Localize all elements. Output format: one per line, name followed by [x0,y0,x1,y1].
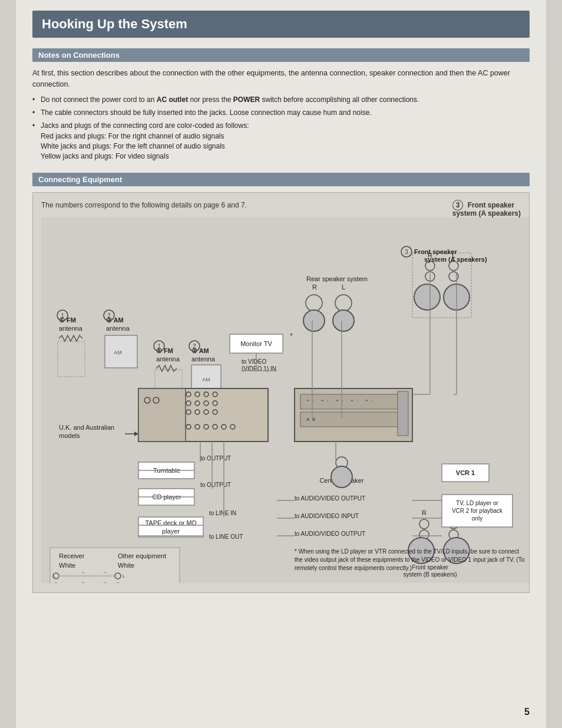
page-title: Hooking Up the System [32,11,530,38]
page-number: 5 [524,707,530,717]
title-text: Hooking Up the System [42,17,187,31]
svg-text:L: L [342,284,345,291]
svg-text:1: 1 [157,343,161,350]
svg-text:+: + [351,398,353,403]
svg-text:to OUTPUT: to OUTPUT [200,455,231,462]
svg-text:2: 2 [193,343,196,350]
svg-text:B: B [312,417,315,422]
svg-text:player: player [162,528,180,535]
svg-text:+: + [321,398,324,403]
svg-text:→: → [103,579,108,583]
svg-text:L: L [53,574,56,579]
notes-intro: At first, this section describes about t… [32,68,530,90]
svg-rect-73 [300,412,406,427]
svg-text:system (A speakers): system (A speakers) [424,256,487,263]
svg-text:to AUDIO/VIDEO OUTPUT: to AUDIO/VIDEO OUTPUT [295,531,365,537]
svg-point-90 [331,466,352,487]
svg-text:L: L [123,574,125,579]
svg-text:+: + [336,398,339,403]
svg-text:to LINE OUT: to LINE OUT [209,533,243,540]
svg-text:Rear speaker system: Rear speaker system [306,275,368,282]
notes-header: Notes on Connections [32,48,530,62]
notes-list: Do not connect the power cord to an AC o… [32,95,530,162]
page: Hooking Up the System Notes on Connectio… [16,0,546,728]
svg-text:AM: AM [202,377,210,383]
svg-text:2: 2 [107,312,111,319]
svg-text:antenna: antenna [106,325,130,332]
svg-text:models: models [59,432,80,439]
connecting-header: Connecting Equipment [32,173,530,186]
svg-point-16 [333,310,354,331]
svg-text:→: → [103,569,108,575]
diagram-box: The numbers correspond to the following … [32,192,530,593]
svg-point-15 [303,310,325,331]
svg-text:-: - [371,398,373,403]
svg-text:to VIDEO: to VIDEO [242,358,266,365]
svg-rect-40 [138,388,186,442]
svg-text:Receiver: Receiver [59,552,85,559]
svg-text:to OUTPUT: to OUTPUT [200,482,231,488]
svg-text:←: ← [81,569,87,575]
svg-text:A: A [306,417,310,422]
diagram-intro: The numbers correspond to the following … [41,201,521,209]
svg-text:3: 3 [405,249,408,255]
svg-text:←: ← [81,579,87,583]
svg-text:White: White [118,562,134,569]
notes-bullet-3: Jacks and plugs of the connecting cord a… [32,121,530,162]
svg-text:R: R [312,284,317,291]
svg-text:Monitor TV: Monitor TV [240,340,272,347]
svg-text:antenna: antenna [191,355,216,363]
svg-text:VCR 1: VCR 1 [456,469,475,476]
svg-rect-62 [300,394,406,409]
svg-text:antenna: antenna [156,355,180,363]
svg-text:+: + [306,398,309,403]
svg-text:Front speaker: Front speaker [414,248,457,255]
svg-text:1: 1 [61,312,64,319]
svg-text:antenna: antenna [59,325,83,332]
svg-text:only: only [472,515,482,522]
connecting-section: Connecting Equipment The numbers corresp… [32,173,530,593]
svg-text:VCR 2 for playback: VCR 2 for playback [452,508,503,514]
svg-text:U.K. and Australian: U.K. and Australian [59,424,114,431]
svg-text:+: + [365,398,368,403]
svg-text:-: - [356,398,358,403]
notes-section: Notes on Connections At first, this sect… [32,48,530,162]
wiring-diagram: R L Rear speaker system R L [41,218,530,583]
svg-text:-: - [327,398,329,403]
notes-bullet-2: The cable connectors should be fully ins… [32,108,530,118]
svg-text:to AUDIO/VIDEO INPUT: to AUDIO/VIDEO INPUT [295,513,359,519]
svg-text:TV, LD player or: TV, LD player or [456,500,499,506]
svg-text:AM: AM [114,350,122,355]
svg-text:Other equipment: Other equipment [118,552,166,559]
svg-point-7 [414,284,440,310]
svg-text:to AUDIO/VIDEO OUTPUT: to AUDIO/VIDEO OUTPUT [295,495,365,502]
svg-text:R: R [422,509,427,516]
notes-bullet-1: Do not connect the power cord to an AC o… [32,95,530,105]
svg-text:to LINE IN: to LINE IN [209,510,236,516]
svg-text:White: White [59,562,75,569]
svg-rect-76 [398,391,408,436]
svg-text:*: * [290,331,293,340]
